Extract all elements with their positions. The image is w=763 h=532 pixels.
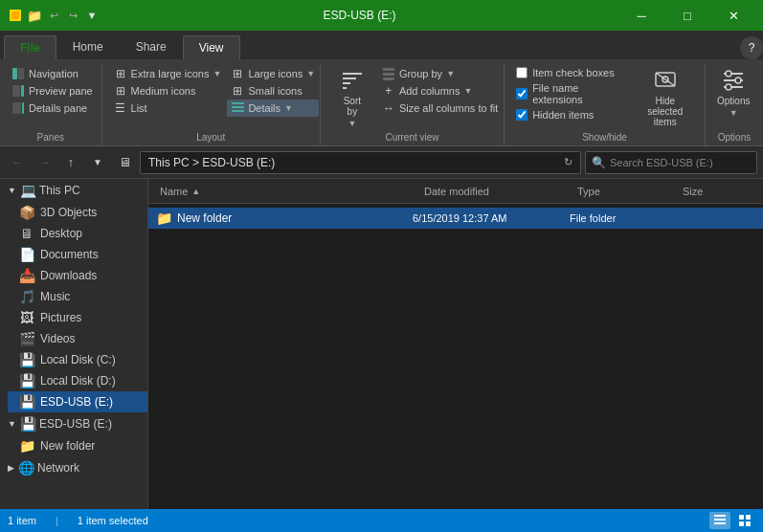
pictures-icon: 🖼 [19, 310, 34, 325]
table-row[interactable]: 📁 New folder 6/15/2019 12:37 AM File fol… [148, 208, 763, 229]
window-title: ESD-USB (E:) [105, 9, 614, 22]
sidebar-item-local-c[interactable]: 💾 Local Disk (C:) [8, 349, 147, 370]
tab-home[interactable]: Home [56, 34, 120, 59]
column-type[interactable]: Type [573, 186, 679, 197]
checkboxes-col: Item check boxes File name extensions Hi… [512, 65, 631, 122]
ribbon-tabs: File Home Share View ? [0, 31, 763, 59]
file-name: New folder [177, 211, 409, 225]
new-folder-nav-icon: 📁 [19, 438, 34, 454]
sidebar-item-pictures[interactable]: 🖼 Pictures [8, 307, 147, 328]
videos-icon: 🎬 [19, 331, 34, 346]
up-button[interactable]: ↑ [59, 151, 82, 174]
tab-share[interactable]: Share [120, 34, 183, 59]
group-by-button[interactable]: Group by ▼ [378, 65, 502, 82]
svg-rect-17 [383, 78, 394, 80]
current-view-content: Sortby ▼ Group by ▼ + [328, 65, 496, 130]
tab-view[interactable]: View [183, 35, 240, 60]
sidebar-item-music[interactable]: 🎵 Music [8, 286, 147, 307]
medium-icons-button[interactable]: ⊞ Medium icons [110, 82, 226, 100]
sidebar-item-esd-usb-e[interactable]: 💾 ESD-USB (E:) [8, 391, 147, 412]
help-button[interactable]: ? [740, 36, 763, 59]
list-icon: ☰ [114, 101, 127, 115]
options-icon [720, 67, 747, 94]
size-all-columns-button[interactable]: ↔ Size all columns to fit [378, 100, 502, 117]
details-pane-button[interactable]: Details pane [8, 100, 97, 117]
back-button[interactable]: ← [6, 151, 29, 174]
sidebar-item-desktop[interactable]: 🖥 Desktop [8, 223, 147, 244]
tab-file[interactable]: File [4, 35, 56, 60]
ribbon-group-showhide: Item check boxes File name extensions Hi… [505, 63, 706, 145]
svg-point-25 [735, 78, 741, 83]
svg-rect-32 [739, 521, 744, 526]
ribbon-group-panes: Navigation Preview pane [0, 63, 102, 145]
sidebar-item-documents[interactable]: 📄 Documents [8, 244, 147, 265]
undo-icon[interactable]: ↩ [46, 8, 61, 23]
large-icons-button[interactable]: ⊞ Large icons ▼ [227, 65, 319, 82]
file-date: 6/15/2019 12:37 AM [413, 212, 566, 224]
extra-large-icon: ⊞ [114, 67, 127, 80]
sidebar-item-videos[interactable]: 🎬 Videos [8, 328, 147, 349]
sort-by-button[interactable]: Sortby ▼ [328, 65, 376, 130]
hidden-items-check[interactable]: Hidden items [512, 107, 631, 122]
layout-content: ⊞ Extra large icons ▼ ⊞ Medium icons ☰ L… [110, 65, 312, 130]
svg-rect-7 [22, 102, 24, 114]
svg-rect-13 [343, 82, 350, 84]
ribbon-group-layout: ⊞ Extra large icons ▼ ⊞ Medium icons ☰ L… [102, 63, 321, 145]
network-icon: 🌐 [18, 460, 34, 476]
hide-selected-button[interactable]: Hide selecteditems [634, 65, 697, 129]
selected-count: 1 item selected [78, 515, 148, 526]
title-bar-app-icons: 📁 ↩ ↪ ▼ [8, 8, 100, 23]
item-checkboxes-check[interactable]: Item check boxes [512, 65, 631, 80]
svg-rect-29 [714, 522, 726, 524]
properties-icon[interactable]: ▼ [84, 8, 100, 23]
details-view-toggle[interactable] [709, 512, 730, 529]
title-bar: 📁 ↩ ↪ ▼ ESD-USB (E:) ─ □ ✕ [0, 0, 763, 31]
maximize-button[interactable]: □ [665, 0, 709, 31]
sidebar-item-3d-objects[interactable]: 📦 3D Objects [8, 202, 147, 223]
column-date[interactable]: Date modified [420, 186, 573, 197]
music-icon: 🎵 [19, 289, 34, 304]
3d-objects-icon: 📦 [19, 205, 34, 220]
column-name[interactable]: Name ▲ [156, 186, 420, 197]
column-size[interactable]: Size [679, 186, 755, 197]
details-icon [231, 101, 244, 115]
search-box[interactable]: 🔍 Search ESD-USB (E:) [585, 151, 757, 174]
small-icons-button[interactable]: ⊞ Small icons [227, 82, 319, 100]
file-name-extensions-input[interactable] [516, 88, 527, 100]
sort-arrow-icon: ▲ [191, 187, 200, 196]
svg-rect-15 [383, 68, 394, 71]
status-separator: | [56, 515, 58, 526]
sidebar-item-network[interactable]: ▶ 🌐 Network [0, 456, 147, 479]
file-name-extensions-check[interactable]: File name extensions [512, 80, 631, 107]
forward-button[interactable]: → [33, 151, 56, 174]
address-bar: ← → ↑ ▼ 🖥 This PC > ESD-USB (E:) ↻ 🔍 Sea… [0, 146, 763, 179]
sidebar-item-esd-usb-nav[interactable]: ▼ 💾 ESD-USB (E:) [0, 412, 147, 435]
minimize-button[interactable]: ─ [619, 0, 663, 31]
list-button[interactable]: ☰ List [110, 100, 226, 117]
hidden-items-input[interactable] [516, 109, 527, 121]
options-button[interactable]: Options ▼ [713, 65, 753, 120]
recent-button[interactable]: ▼ [86, 151, 109, 174]
svg-line-19 [656, 73, 675, 86]
navigation-pane-button[interactable]: Navigation [8, 65, 97, 82]
sidebar-item-this-pc[interactable]: ▼ 💻 This PC [0, 179, 147, 202]
item-checkboxes-input[interactable] [516, 67, 527, 78]
preview-pane-button[interactable]: Preview pane [8, 82, 97, 100]
svg-rect-14 [343, 87, 347, 89]
close-button[interactable]: ✕ [711, 0, 755, 31]
large-icons-view-toggle[interactable] [734, 512, 755, 529]
sidebar-item-new-folder[interactable]: 📁 New folder [8, 435, 147, 456]
quick-access-icon[interactable]: 📁 [27, 8, 42, 23]
sidebar-item-local-d[interactable]: 💾 Local Disk (D:) [8, 370, 147, 391]
details-button[interactable]: Details ▼ [227, 100, 319, 117]
add-columns-button[interactable]: + Add columns ▼ [378, 82, 502, 100]
svg-rect-12 [343, 78, 356, 79]
address-path[interactable]: This PC > ESD-USB (E:) ↻ [140, 151, 581, 174]
redo-icon[interactable]: ↪ [65, 8, 80, 23]
panes-group-label: Panes [8, 130, 94, 145]
sidebar-item-downloads[interactable]: 📥 Downloads [8, 265, 147, 286]
small-icons-icon: ⊞ [231, 84, 244, 98]
extra-large-icons-button[interactable]: ⊞ Extra large icons ▼ [110, 65, 226, 82]
refresh-icon[interactable]: ↻ [564, 156, 572, 168]
svg-rect-11 [343, 73, 362, 75]
